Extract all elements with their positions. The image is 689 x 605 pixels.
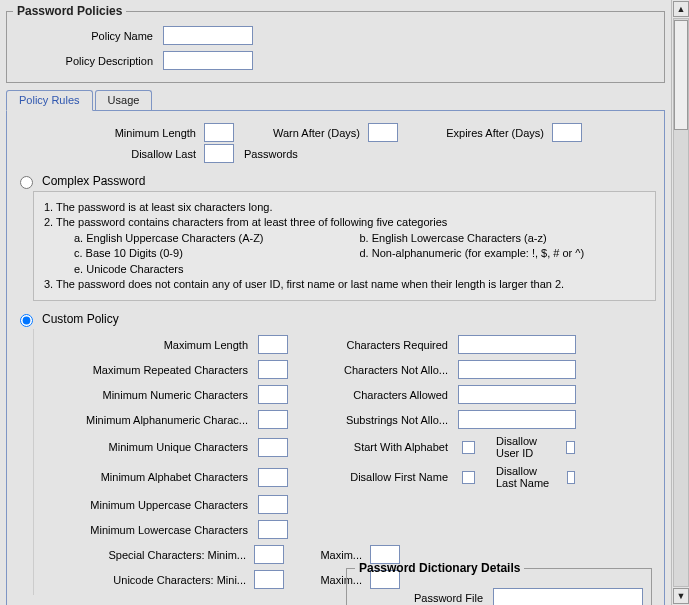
min-alphabet-field[interactable] (258, 468, 288, 487)
password-policies-group: Password Policies Policy Name Policy Des… (6, 4, 665, 83)
disallow-userid-label: Disallow User ID (496, 435, 551, 459)
disallow-last-name-label: Disallow Last Name (496, 465, 552, 489)
tab-policy-rules[interactable]: Policy Rules (6, 90, 93, 111)
complex-rule-2c: c. Base 10 Digits (0-9) (74, 246, 360, 261)
policy-rules-panel: Minimum Length Warn After (Days) Expires… (6, 111, 665, 605)
min-alphanum-label: Minimum Alphanumeric Charac... (40, 414, 252, 426)
policy-name-row: Policy Name (13, 26, 658, 45)
policy-name-label: Policy Name (13, 30, 163, 42)
scroll-thumb[interactable] (674, 20, 688, 130)
unicode-min-field[interactable] (254, 570, 284, 589)
min-alphanum-field[interactable] (258, 410, 288, 429)
chars-not-allowed-field[interactable] (458, 360, 576, 379)
chars-required-field[interactable] (458, 335, 576, 354)
min-unique-label: Minimum Unique Characters (40, 441, 252, 453)
window: Password Policies Policy Name Policy Des… (0, 0, 689, 605)
expires-after-field[interactable] (552, 123, 582, 142)
scroll-up-button[interactable]: ▲ (673, 1, 689, 17)
policy-desc-field[interactable] (163, 51, 253, 70)
chars-allowed-label: Characters Allowed (302, 389, 452, 401)
policy-desc-label: Policy Description (13, 55, 163, 67)
disallow-first-label: Disallow First Name (302, 471, 452, 483)
warn-after-label: Warn After (Days) (244, 127, 364, 139)
warn-after-field[interactable] (368, 123, 398, 142)
special-min-field[interactable] (254, 545, 284, 564)
passwords-label: Passwords (244, 148, 344, 160)
min-unique-field[interactable] (258, 438, 288, 457)
min-alphabet-label: Minimum Alphabet Characters (40, 471, 252, 483)
complex-rule-2b: b. English Lowercase Characters (a-z) (360, 231, 646, 246)
min-length-label: Minimum Length (15, 127, 200, 139)
complex-password-radio[interactable] (20, 176, 33, 189)
scroll-down-button[interactable]: ▼ (673, 588, 689, 604)
custom-policy-body: Maximum Length Characters Required Maxim… (33, 329, 656, 595)
unicode-min-label: Unicode Characters: Mini... (40, 574, 250, 586)
group-title: Password Policies (13, 4, 126, 18)
min-upper-label: Minimum Uppercase Characters (40, 499, 252, 511)
custom-radio-row: Custom Policy (15, 311, 656, 327)
complex-rule-2d: d. Non-alphanumeric (for example: !, $, … (360, 246, 646, 261)
special-max-label: Maxim... (296, 549, 366, 561)
complex-rule-2e: e. Unicode Characters (74, 262, 360, 277)
vertical-scrollbar[interactable]: ▲ ▼ (671, 0, 689, 605)
disallow-last-field[interactable] (204, 144, 234, 163)
custom-policy-label: Custom Policy (42, 312, 119, 326)
min-length-field[interactable] (204, 123, 234, 142)
expires-after-label: Expires After (Days) (408, 127, 548, 139)
start-alpha-label: Start With Alphabet (302, 441, 452, 453)
substrings-not-allowed-field[interactable] (458, 410, 576, 429)
min-numeric-label: Minimum Numeric Characters (40, 389, 252, 401)
policy-name-field[interactable] (163, 26, 253, 45)
min-upper-field[interactable] (258, 495, 288, 514)
max-length-label: Maximum Length (40, 339, 252, 351)
chars-not-allowed-label: Characters Not Allo... (302, 364, 452, 376)
policy-desc-row: Policy Description (13, 51, 658, 70)
chevron-up-icon: ▲ (677, 4, 686, 14)
complex-rule-2a: a. English Uppercase Characters (A-Z) (74, 231, 360, 246)
min-numeric-field[interactable] (258, 385, 288, 404)
password-dictionary-legend: Password Dictionary Details (355, 561, 524, 575)
chars-required-label: Characters Required (302, 339, 452, 351)
complex-password-description: 1. The password is at least six characte… (33, 191, 656, 301)
complex-rule-2: 2. The password contains characters from… (44, 215, 645, 230)
content-area: Password Policies Policy Name Policy Des… (0, 0, 671, 605)
start-alpha-checkbox[interactable] (462, 441, 475, 454)
complex-password-label: Complex Password (42, 174, 145, 188)
complex-rule-1: 1. The password is at least six characte… (44, 200, 645, 215)
tab-bar: Policy Rules Usage (6, 89, 665, 111)
disallow-last-label: Disallow Last (15, 148, 200, 160)
max-length-field[interactable] (258, 335, 288, 354)
disallow-first-checkbox[interactable] (462, 471, 475, 484)
complex-radio-row: Complex Password (15, 173, 656, 189)
password-dictionary-group: Password Dictionary Details Password Fil… (346, 561, 652, 605)
max-repeated-field[interactable] (258, 360, 288, 379)
custom-policy-radio[interactable] (20, 314, 33, 327)
substrings-not-allowed-label: Substrings Not Allo... (302, 414, 452, 426)
min-lower-label: Minimum Lowercase Characters (40, 524, 252, 536)
disallow-userid-checkbox[interactable] (566, 441, 575, 454)
rules-row-2: Disallow Last Passwords (15, 144, 656, 163)
rules-row-1: Minimum Length Warn After (Days) Expires… (15, 123, 656, 142)
custom-policy-grid: Maximum Length Characters Required Maxim… (40, 335, 650, 539)
complex-rule-3: 3. The password does not contain any of … (44, 277, 645, 292)
chevron-down-icon: ▼ (677, 591, 686, 601)
password-file-label: Password File (355, 592, 487, 604)
password-file-field[interactable] (493, 588, 643, 605)
special-min-label: Special Characters: Minim... (40, 549, 250, 561)
max-repeated-label: Maximum Repeated Characters (40, 364, 252, 376)
scroll-track[interactable] (673, 18, 689, 587)
tab-usage[interactable]: Usage (95, 90, 153, 110)
min-lower-field[interactable] (258, 520, 288, 539)
disallow-last-name-checkbox[interactable] (567, 471, 575, 484)
chars-allowed-field[interactable] (458, 385, 576, 404)
